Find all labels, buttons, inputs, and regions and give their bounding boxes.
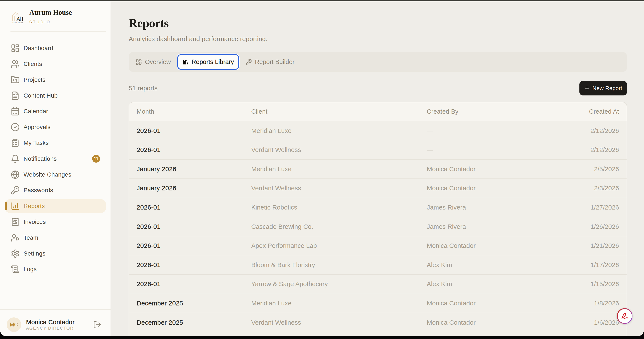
reports-icon <box>11 202 20 211</box>
cell-created-by: Monica Contador <box>427 242 590 249</box>
acrobat-extension-button[interactable] <box>617 308 632 324</box>
column-header-created-by: Created By <box>427 108 589 115</box>
cell-created-at: 2/3/2026 <box>594 184 619 192</box>
tab-report-builder[interactable]: Report Builder <box>240 55 300 69</box>
sidebar-item-notifications[interactable]: Notifications11 <box>5 152 106 166</box>
my-tasks-icon <box>11 138 20 147</box>
sidebar-item-dashboard[interactable]: Dashboard <box>5 41 106 55</box>
sidebar-item-clients[interactable]: Clients <box>5 57 106 71</box>
cell-created-by: James Rivera <box>427 223 590 230</box>
toolbar: 51 reports New Report <box>129 81 627 96</box>
user-text: Monica Contador AGENCY DIRECTOR <box>26 319 74 331</box>
brand-text: Aurum House STUDIO <box>29 9 72 25</box>
cell-created-at: 1/26/2026 <box>590 223 619 230</box>
cell-created-by: Alex Kim <box>427 280 590 288</box>
cell-client: Verdant Wellness <box>251 184 427 192</box>
cell-month: December 2025 <box>137 300 251 307</box>
cell-month: 2026-01 <box>137 204 251 211</box>
sidebar-item-label: Logs <box>24 266 37 273</box>
sidebar-item-label: Approvals <box>24 124 50 131</box>
sidebar-item-label: Settings <box>24 250 46 257</box>
dashboard-icon <box>11 44 20 53</box>
table-row[interactable]: 2026-01Bloom & Bark FloristryAlex Kim1/1… <box>129 255 627 275</box>
cell-created-at: 2/12/2026 <box>590 127 619 134</box>
brand-tagline: STUDIO <box>29 20 72 25</box>
new-report-label: New Report <box>592 85 622 92</box>
invoices-icon <box>11 217 20 226</box>
calendar-icon <box>11 107 20 116</box>
tab-bar: OverviewReports LibraryReport Builder <box>129 52 627 72</box>
sidebar-item-my-tasks[interactable]: My Tasks <box>5 136 106 150</box>
sidebar-item-label: Dashboard <box>24 45 53 52</box>
cell-created-by: — <box>427 127 590 134</box>
sidebar-item-settings[interactable]: Settings <box>5 247 106 260</box>
brand-logo: A H AURUM HOUSE <box>12 11 23 24</box>
tab-overview[interactable]: Overview <box>130 55 176 69</box>
logout-icon[interactable] <box>93 320 102 329</box>
cell-month: 2026-01 <box>137 242 251 249</box>
table-row[interactable]: 2026-01Cascade Brewing Co.James Rivera1/… <box>129 217 627 236</box>
cell-client: Meridian Luxe <box>251 300 427 307</box>
table-row[interactable]: 2026-01Verdant Wellness—2/12/2026 <box>129 140 627 160</box>
sidebar: A H AURUM HOUSE Aurum House STUDIO Dashb… <box>0 1 111 336</box>
sidebar-nav: DashboardClientsProjectsContent HubCalen… <box>0 32 110 309</box>
sidebar-item-invoices[interactable]: Invoices <box>5 215 106 229</box>
table-row[interactable]: 2026-01Meridian Luxe—2/12/2026 <box>129 121 627 140</box>
table-row[interactable]: December 2025Verdant WellnessMonica Cont… <box>129 313 627 332</box>
table-row[interactable]: December 2025Meridian LuxeMonica Contado… <box>129 294 627 313</box>
table-row[interactable]: 2026-01Yarrow & Sage ApothecaryAlex Kim1… <box>129 275 627 294</box>
sidebar-item-label: Reports <box>24 203 45 209</box>
user-name: Monica Contador <box>26 319 74 326</box>
cell-client: Bloom & Bark Floristry <box>251 261 427 269</box>
cell-created-at: 1/15/2026 <box>590 280 619 288</box>
cell-created-at: 1/17/2026 <box>590 261 619 269</box>
tab-label: Overview <box>145 59 171 66</box>
sidebar-item-label: Clients <box>24 61 42 67</box>
sidebar-item-projects[interactable]: Projects <box>5 73 106 87</box>
main-content: Reports Analytics dashboard and performa… <box>111 1 644 336</box>
sidebar-item-label: Content Hub <box>24 92 58 99</box>
table-row[interactable]: 2026-01Kinetic RoboticsJames Rivera1/27/… <box>129 198 627 217</box>
sidebar-item-content-hub[interactable]: Content Hub <box>5 89 106 103</box>
report-count: 51 reports <box>129 85 158 92</box>
sidebar-item-team[interactable]: Team <box>5 231 106 245</box>
tab-reports-library[interactable]: Reports Library <box>177 54 239 70</box>
sidebar-item-label: Team <box>24 234 38 241</box>
table-row[interactable]: January 2026Meridian LuxeMonica Contador… <box>129 160 627 179</box>
table-row[interactable]: 2026-01Apex Performance LabMonica Contad… <box>129 236 627 255</box>
cell-client: Cascade Brewing Co. <box>251 223 427 230</box>
table-row[interactable]: January 2026Verdant WellnessMonica Conta… <box>129 179 627 198</box>
notification-badge: 11 <box>92 155 100 163</box>
new-report-button[interactable]: New Report <box>580 81 627 96</box>
cell-client: Kinetic Robotics <box>251 204 427 211</box>
cell-created-by: Monica Contador <box>427 184 594 192</box>
overview-icon <box>136 59 142 65</box>
sidebar-item-approvals[interactable]: Approvals <box>5 120 106 134</box>
sidebar-item-label: My Tasks <box>24 140 49 146</box>
notifications-icon <box>11 154 20 163</box>
brand: A H AURUM HOUSE Aurum House STUDIO <box>0 1 110 25</box>
cell-month: January 2026 <box>137 184 251 192</box>
cell-client: Meridian Luxe <box>251 165 427 173</box>
svg-text:AURUM HOUSE: AURUM HOUSE <box>12 22 23 24</box>
settings-icon <box>11 249 20 258</box>
sidebar-item-label: Website Changes <box>24 171 72 178</box>
passwords-icon <box>11 186 20 195</box>
svg-text:H: H <box>19 16 23 22</box>
sidebar-item-logs[interactable]: Logs <box>5 262 106 276</box>
user-area[interactable]: MC Monica Contador AGENCY DIRECTOR <box>0 309 110 336</box>
sidebar-item-website-changes[interactable]: Website Changes <box>5 168 106 181</box>
user-role: AGENCY DIRECTOR <box>26 326 74 331</box>
cell-month: 2026-01 <box>137 223 251 230</box>
cell-created-by: — <box>427 146 590 153</box>
tab-label: Reports Library <box>192 59 234 66</box>
cell-client: Verdant Wellness <box>251 146 427 153</box>
cell-client: Verdant Wellness <box>251 319 427 326</box>
column-header-client: Client <box>251 108 427 115</box>
column-header-created-at: Created At <box>589 108 619 115</box>
cell-month: 2026-01 <box>137 280 251 288</box>
page-subtitle: Analytics dashboard and performance repo… <box>129 35 627 43</box>
sidebar-item-passwords[interactable]: Passwords <box>5 183 106 197</box>
sidebar-item-calendar[interactable]: Calendar <box>5 104 106 118</box>
sidebar-item-reports[interactable]: Reports <box>5 199 106 213</box>
